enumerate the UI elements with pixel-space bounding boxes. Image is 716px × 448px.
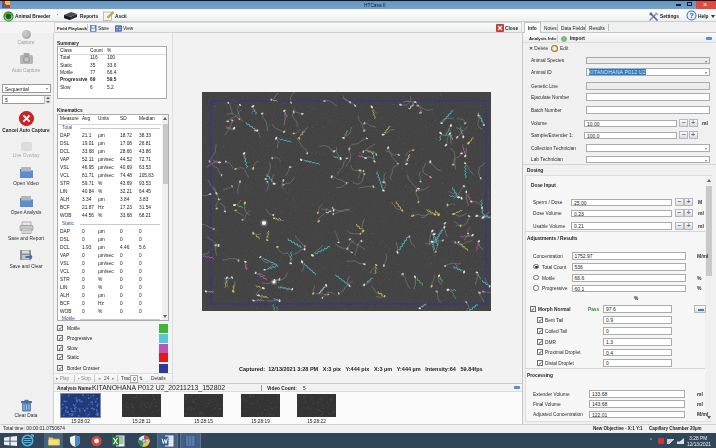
svg-text:?: ? — [689, 11, 694, 20]
